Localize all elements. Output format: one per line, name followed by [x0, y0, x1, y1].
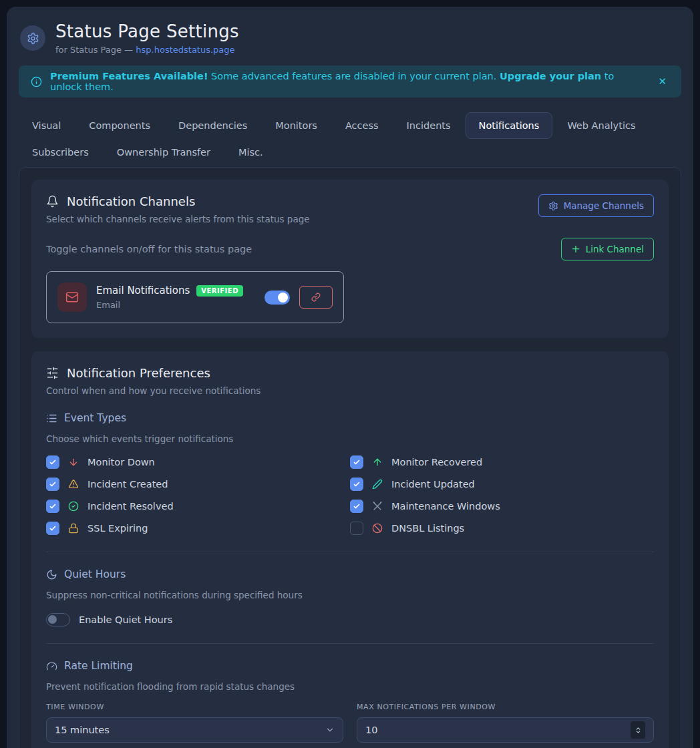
- upgrade-plan-link[interactable]: Upgrade your plan: [500, 71, 601, 81]
- tab-subscribers[interactable]: Subscribers: [19, 139, 102, 166]
- checkbox[interactable]: [350, 455, 363, 469]
- banner-text: Premium Features Available! Some advance…: [50, 71, 647, 92]
- arrow-up-icon: [371, 457, 383, 467]
- event-types-description: Choose which events trigger notification…: [46, 433, 654, 444]
- email-channel-toggle[interactable]: [265, 291, 290, 305]
- max-notifications-label: MAX NOTIFICATIONS PER WINDOW: [357, 703, 654, 711]
- chevron-down-icon: [325, 725, 335, 735]
- preferences-heading: Notification Preferences: [67, 366, 210, 380]
- tab-misc[interactable]: Misc.: [225, 139, 277, 166]
- checkbox[interactable]: [46, 500, 59, 513]
- event-maintenance-windows[interactable]: Maintenance Windows: [350, 500, 654, 513]
- tools-icon: [371, 501, 383, 512]
- quiet-hours-description: Suppress non-critical notifications duri…: [46, 590, 654, 600]
- lock-icon: [67, 523, 79, 534]
- max-notifications-input[interactable]: 10: [357, 717, 654, 743]
- event-dnsbl-listings[interactable]: DNSBL Listings: [350, 522, 654, 535]
- event-monitor-down[interactable]: Monitor Down: [46, 455, 350, 469]
- channels-heading: Notification Channels: [67, 194, 195, 208]
- status-page-link[interactable]: hsp.hostedstatus.page: [136, 45, 234, 55]
- tab-web-analytics[interactable]: Web Analytics: [554, 112, 649, 139]
- checkbox[interactable]: [350, 522, 363, 535]
- subtitle-text: for Status Page —: [55, 45, 136, 55]
- check-circle-icon: [67, 501, 79, 512]
- checkbox[interactable]: [350, 500, 363, 513]
- ban-icon: [371, 523, 383, 534]
- rate-limiting-title: Rate Limiting: [64, 660, 133, 672]
- bell-icon: [46, 195, 59, 208]
- tab-access[interactable]: Access: [332, 112, 392, 139]
- settings-window: Status Page Settings for Status Page — h…: [7, 7, 693, 748]
- checkbox[interactable]: [46, 522, 59, 535]
- rate-limiting-description: Prevent notification flooding from rapid…: [46, 681, 654, 692]
- time-window-select[interactable]: 15 minutes: [46, 717, 343, 743]
- number-stepper[interactable]: [631, 721, 645, 739]
- page-title: Status Page Settings: [55, 21, 239, 41]
- unlink-channel-button[interactable]: [299, 286, 333, 309]
- max-notifications-field: MAX NOTIFICATIONS PER WINDOW 10: [357, 703, 654, 743]
- tab-incidents[interactable]: Incidents: [393, 112, 464, 139]
- event-label: Maintenance Windows: [391, 501, 500, 512]
- pencil-icon: [371, 479, 383, 490]
- quiet-hours-toggle-label: Enable Quiet Hours: [79, 614, 172, 625]
- manage-channels-button[interactable]: Manage Channels: [538, 194, 654, 217]
- banner-title: Premium Features Available!: [50, 71, 208, 81]
- tab-visual[interactable]: Visual: [19, 112, 74, 139]
- gear-avatar: [20, 25, 45, 51]
- chevrons-up-down-icon: [635, 727, 642, 734]
- event-label: Incident Updated: [391, 479, 475, 490]
- time-window-label: TIME WINDOW: [46, 703, 343, 711]
- plus-icon: +: [571, 244, 580, 254]
- link-channel-button[interactable]: + Link Channel: [561, 238, 654, 260]
- gear-icon: [548, 201, 558, 211]
- event-label: Monitor Recovered: [391, 457, 482, 467]
- info-icon: [31, 76, 42, 87]
- notifications-panel: Notification Channels Select which chann…: [19, 167, 681, 748]
- event-label: Monitor Down: [88, 457, 155, 467]
- arrow-down-icon: [67, 457, 79, 467]
- email-channel-tile: [57, 283, 87, 312]
- checkbox[interactable]: [350, 478, 363, 491]
- notification-channels-card: Notification Channels Select which chann…: [31, 180, 669, 338]
- tab-monitors[interactable]: Monitors: [262, 112, 331, 139]
- envelope-icon: [65, 291, 79, 304]
- list-icon: [46, 413, 57, 424]
- premium-banner: Premium Features Available! Some advance…: [19, 65, 681, 98]
- checkbox[interactable]: [46, 455, 59, 469]
- verified-badge: VERIFIED: [196, 285, 243, 297]
- preferences-subheading: Control when and how you receive notific…: [46, 385, 654, 396]
- checkbox[interactable]: [46, 478, 59, 491]
- warning-triangle-icon: [67, 479, 79, 490]
- quiet-hours-toggle[interactable]: [46, 613, 70, 626]
- event-incident-updated[interactable]: Incident Updated: [350, 478, 654, 491]
- event-monitor-recovered[interactable]: Monitor Recovered: [350, 455, 654, 469]
- tab-notifications[interactable]: Notifications: [466, 112, 553, 139]
- event-types-grid: Monitor Down Incident Created Incident R…: [46, 455, 654, 535]
- banner-body: Some advanced features are disabled in y…: [208, 71, 500, 81]
- email-channel-card: Email Notifications VERIFIED Email: [46, 271, 344, 323]
- link-channel-label: Link Channel: [586, 244, 644, 254]
- page-header: Status Page Settings for Status Page — h…: [20, 21, 681, 55]
- event-label: Incident Created: [88, 479, 168, 490]
- close-icon[interactable]: ✕: [655, 73, 669, 90]
- max-notifications-value: 10: [365, 725, 377, 735]
- toggle-hint: Toggle channels on/off for this status p…: [46, 244, 252, 254]
- time-window-field: TIME WINDOW 15 minutes: [46, 703, 343, 743]
- divider: [46, 643, 654, 644]
- event-types-title: Event Types: [64, 412, 126, 424]
- event-ssl-expiring[interactable]: SSL Expiring: [46, 522, 350, 535]
- notification-preferences-card: Notification Preferences Control when an…: [31, 351, 669, 748]
- gear-icon: [27, 32, 39, 45]
- event-label: SSL Expiring: [88, 523, 148, 534]
- event-label: DNSBL Listings: [391, 523, 464, 534]
- channels-subheading: Select which channels receive alerts fro…: [46, 214, 310, 224]
- tab-ownership-transfer[interactable]: Ownership Transfer: [104, 139, 224, 166]
- event-incident-resolved[interactable]: Incident Resolved: [46, 500, 350, 513]
- time-window-value: 15 minutes: [55, 725, 110, 735]
- sliders-icon: [46, 367, 59, 379]
- moon-icon: [46, 569, 57, 580]
- event-incident-created[interactable]: Incident Created: [46, 478, 350, 491]
- event-label: Incident Resolved: [88, 501, 174, 512]
- tab-dependencies[interactable]: Dependencies: [165, 112, 260, 139]
- tab-components[interactable]: Components: [75, 112, 164, 139]
